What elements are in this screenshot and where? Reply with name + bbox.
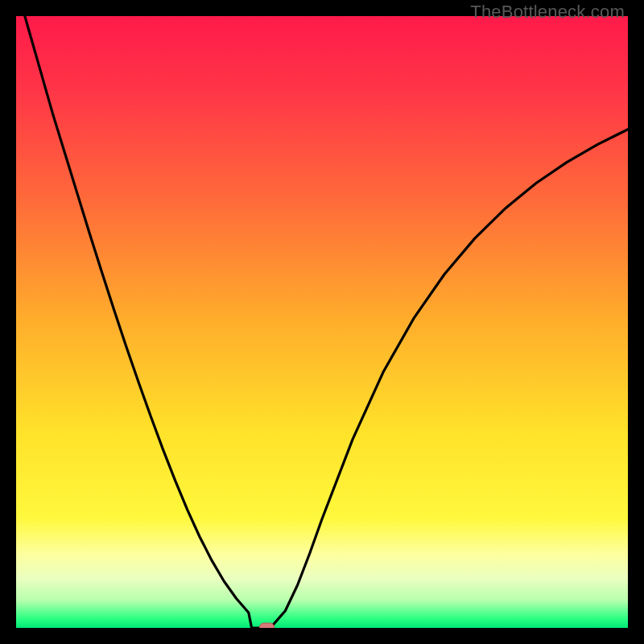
chart-frame bbox=[16, 16, 628, 628]
plot-area bbox=[16, 16, 628, 628]
bottleneck-curve bbox=[16, 16, 628, 628]
optimum-marker bbox=[260, 623, 275, 628]
watermark-text: TheBottleneck.com bbox=[470, 2, 625, 23]
